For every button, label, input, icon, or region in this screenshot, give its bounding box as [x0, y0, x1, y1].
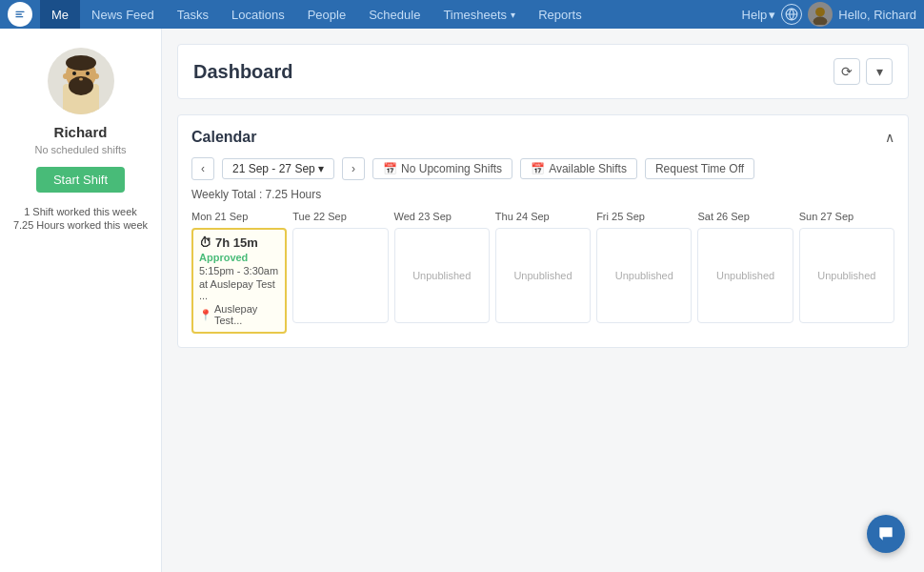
svg-point-2 [815, 8, 825, 17]
clock-icon: ⏱ [199, 235, 211, 250]
sidebar: Richard No scheduled shifts Start Shift … [0, 29, 162, 572]
chat-bubble-button[interactable] [867, 515, 905, 553]
svg-point-3 [814, 16, 828, 25]
calendar-grid: Mon 21 Sep ⏱ 7h 15m Approved 5:15pm - 3:… [191, 211, 894, 334]
shift-status: Approved [199, 252, 248, 263]
svg-point-6 [66, 55, 96, 71]
day-header-sat: Sat 26 Sep [697, 211, 793, 222]
request-time-off-button[interactable]: Request Time Off [645, 158, 754, 179]
day-column-tue: Tue 22 Sep [292, 211, 388, 334]
nav-items: Me News Feed Tasks Locations People Sche… [40, 0, 742, 29]
day-header-tue: Tue 22 Sep [292, 211, 388, 222]
date-range-label: 21 Sep - 27 Sep [232, 162, 315, 175]
no-upcoming-label: No Upcoming Shifts [401, 162, 502, 175]
calendar-icon-1: 📅 [383, 162, 397, 175]
topnav-right: Help ▾ Hello, Richard [742, 2, 916, 27]
date-range-button[interactable]: 21 Sep - 27 Sep ▾ [222, 158, 334, 179]
nav-reports[interactable]: Reports [527, 0, 593, 29]
avatar [48, 48, 114, 114]
request-time-off-label: Request Time Off [655, 162, 744, 175]
day-header-mon: Mon 21 Sep [191, 211, 287, 222]
day-column-fri: Fri 25 Sep Unpublished [596, 211, 692, 334]
shift-location-line2: 📍 Auslepay Test... [199, 303, 279, 326]
top-navigation: Me News Feed Tasks Locations People Sche… [0, 0, 924, 29]
main-content: Dashboard ⟳ ▾ Calendar ∧ ‹ 21 Sep - 27 S… [162, 29, 924, 572]
svg-point-11 [63, 73, 69, 79]
svg-point-12 [93, 73, 99, 79]
nav-people[interactable]: People [296, 0, 357, 29]
calendar-section: Calendar ∧ ‹ 21 Sep - 27 Sep ▾ › 📅 No Up… [177, 114, 909, 348]
calendar-title: Calendar [191, 129, 256, 146]
weekly-total: Weekly Total : 7.25 Hours [191, 188, 894, 201]
nav-tasks[interactable]: Tasks [166, 0, 220, 29]
shift-time-detail: 5:15pm - 3:30am [199, 265, 278, 276]
day-header-thu: Thu 24 Sep [495, 211, 591, 222]
day-cell-mon[interactable]: ⏱ 7h 15m Approved 5:15pm - 3:30am at Aus… [191, 228, 287, 334]
no-upcoming-shifts-button[interactable]: 📅 No Upcoming Shifts [372, 158, 512, 179]
day-cell-fri: Unpublished [596, 228, 692, 323]
day-header-sun: Sun 27 Sep [799, 211, 894, 222]
sidebar-username: Richard [54, 124, 108, 140]
pin-icon: 📍 [199, 309, 212, 321]
user-avatar[interactable] [808, 2, 833, 27]
today-badge: Tue 22 Sep [292, 211, 346, 222]
sidebar-schedule-status: No scheduled shifts [35, 144, 127, 155]
day-column-sun: Sun 27 Sep Unpublished [799, 211, 894, 334]
dashboard-refresh-button[interactable]: ⟳ [834, 58, 860, 85]
available-shifts-label: Available Shifts [549, 162, 627, 175]
day-cell-wed: Unpublished [394, 228, 490, 323]
shift-location-line1: at Auslepay Test ... [199, 278, 279, 301]
shift-location-name: Auslepay Test... [214, 303, 279, 326]
day-label-thu: Unpublished [513, 270, 572, 281]
day-label-fri: Unpublished [615, 270, 673, 281]
nav-locations[interactable]: Locations [220, 0, 296, 29]
shift-duration: ⏱ 7h 15m [199, 235, 258, 250]
day-cell-sun: Unpublished [799, 228, 894, 323]
dashboard-title: Dashboard [193, 61, 292, 83]
svg-point-10 [79, 78, 83, 81]
nav-me[interactable]: Me [40, 0, 80, 29]
svg-point-9 [86, 72, 90, 75]
day-cell-tue [292, 228, 388, 323]
day-label-wed: Unpublished [412, 270, 471, 281]
dashboard-dropdown-button[interactable]: ▾ [866, 58, 893, 85]
calendar-collapse-button[interactable]: ∧ [885, 130, 894, 145]
dashboard-header: Dashboard ⟳ ▾ [177, 44, 909, 99]
day-label-sat: Unpublished [716, 270, 774, 281]
dashboard-actions: ⟳ ▾ [834, 58, 893, 85]
calendar-controls: ‹ 21 Sep - 27 Sep ▾ › 📅 No Upcoming Shif… [191, 157, 894, 180]
calendar-next-button[interactable]: › [342, 157, 365, 180]
logo[interactable] [8, 2, 32, 27]
day-column-thu: Thu 24 Sep Unpublished [495, 211, 591, 334]
start-shift-button[interactable]: Start Shift [36, 167, 125, 193]
svg-point-8 [72, 72, 76, 75]
nav-schedule[interactable]: Schedule [357, 0, 432, 29]
calendar-section-header: Calendar ∧ [191, 129, 894, 146]
day-header-wed: Wed 23 Sep [394, 211, 490, 222]
sidebar-hours-stat: 7.25 Hours worked this week [13, 219, 148, 231]
calendar-prev-button[interactable]: ‹ [191, 157, 214, 180]
day-column-sat: Sat 26 Sep Unpublished [697, 211, 793, 334]
shift-duration-value: 7h 15m [215, 235, 258, 250]
main-layout: Richard No scheduled shifts Start Shift … [0, 29, 924, 572]
sidebar-shifts-stat: 1 Shift worked this week [24, 206, 137, 217]
user-greeting[interactable]: Hello, Richard [838, 8, 916, 22]
available-shifts-button[interactable]: 📅 Available Shifts [520, 158, 637, 179]
day-label-sun: Unpublished [817, 270, 875, 281]
day-column-wed: Wed 23 Sep Unpublished [394, 211, 490, 334]
day-cell-sat: Unpublished [697, 228, 793, 323]
help-button[interactable]: Help ▾ [742, 8, 776, 22]
language-button[interactable] [781, 4, 802, 25]
nav-timesheets[interactable]: Timesheets ▾ [432, 0, 527, 29]
day-column-mon: Mon 21 Sep ⏱ 7h 15m Approved 5:15pm - 3:… [191, 211, 287, 334]
nav-newsfeed[interactable]: News Feed [80, 0, 166, 29]
day-header-fri: Fri 25 Sep [596, 211, 692, 222]
calendar-icon-2: 📅 [531, 162, 545, 175]
day-cell-thu: Unpublished [495, 228, 591, 323]
